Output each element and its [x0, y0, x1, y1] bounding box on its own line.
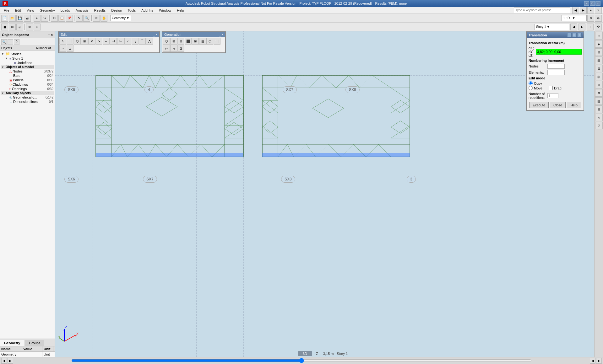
- side-btn12[interactable]: ▽: [595, 122, 603, 129]
- side-btn8[interactable]: ⊗: [595, 89, 603, 97]
- trans-elements-input[interactable]: [547, 70, 565, 75]
- rotate-btn[interactable]: ↺: [93, 15, 100, 22]
- snap-btn[interactable]: ⊕: [26, 24, 33, 30]
- viewport-slider[interactable]: [14, 358, 589, 364]
- trans-close-btn2[interactable]: Close: [550, 102, 566, 108]
- save-btn[interactable]: 💾: [16, 15, 23, 22]
- menu-help[interactable]: Help: [174, 8, 187, 13]
- maximize-btn[interactable]: □: [590, 1, 595, 6]
- minimize-btn[interactable]: −: [584, 1, 589, 6]
- gen-toolbar-close[interactable]: ×: [221, 33, 223, 36]
- menu-window[interactable]: Window: [156, 8, 174, 13]
- trans-copy-radio[interactable]: [529, 81, 533, 85]
- edit-btn-arc[interactable]: ⌒: [139, 38, 146, 45]
- edit-btn-move[interactable]: ⊳: [95, 38, 102, 45]
- tree-dim-lines[interactable]: ↔ Dimension lines 0/1: [1, 99, 54, 104]
- geometry-dropdown[interactable]: Geometry ▼: [110, 15, 131, 21]
- side-btn9[interactable]: ▦: [595, 97, 603, 105]
- story-next[interactable]: ▶: [579, 24, 585, 30]
- menu-analysis[interactable]: Analysis: [73, 8, 91, 13]
- pan-btn[interactable]: ✋: [100, 15, 107, 22]
- edit-btn-select[interactable]: ↖: [59, 38, 66, 45]
- new-btn[interactable]: 📄: [1, 15, 8, 22]
- story-settings[interactable]: ⚙: [595, 24, 602, 30]
- tree-claddings[interactable]: ◇ Claddings 0/34: [1, 82, 54, 87]
- gen-btn6[interactable]: ▦: [199, 38, 206, 45]
- gen-btn4[interactable]: ⬛: [185, 38, 192, 45]
- tree-story1[interactable]: ▼ ■ Story 1: [1, 56, 54, 61]
- gen-btn1[interactable]: ⬡: [163, 38, 170, 45]
- trans-drag-checkbox[interactable]: [549, 86, 553, 90]
- menu-edit[interactable]: Edit: [13, 8, 24, 13]
- trans-vector-input[interactable]: [536, 49, 582, 55]
- tree-auxiliary[interactable]: ▼ Auxiliary objects: [1, 91, 54, 95]
- grid-btn[interactable]: ⊞: [34, 24, 41, 30]
- nav-btn1[interactable]: ◀: [1, 358, 7, 364]
- viewport-range[interactable]: [71, 358, 532, 363]
- gen-btn10[interactable]: ⊲: [170, 45, 177, 52]
- zoom-btn[interactable]: 🔍: [83, 15, 90, 22]
- gen-btn8[interactable]: ⬜: [214, 38, 220, 45]
- nav-prev[interactable]: ◀: [572, 7, 579, 14]
- close-btn[interactable]: ×: [595, 1, 600, 6]
- story-prev[interactable]: ◀: [570, 24, 577, 30]
- inspector-minimize[interactable]: −: [48, 33, 50, 37]
- trans-maximize-btn[interactable]: □: [572, 33, 577, 37]
- tree-panels[interactable]: ▣ Panels 0/95: [1, 78, 54, 82]
- gen-toolbar-minimize[interactable]: _: [219, 33, 221, 36]
- side-btn1[interactable]: ⊞: [595, 32, 603, 40]
- edit-btn-del[interactable]: ✕: [88, 38, 95, 45]
- gen-btn11[interactable]: ⊻: [177, 45, 184, 52]
- translation-header[interactable]: Translation _ □ ×: [527, 32, 584, 38]
- nav-btn2[interactable]: ▶: [8, 358, 13, 364]
- inspector-close[interactable]: ×: [51, 33, 53, 37]
- trans-help-btn[interactable]: Help: [567, 102, 581, 108]
- cut-btn[interactable]: ✂: [51, 15, 58, 22]
- window-controls[interactable]: − □ ×: [584, 1, 600, 6]
- select-btn[interactable]: ↖: [76, 15, 83, 22]
- story-add[interactable]: +: [587, 24, 594, 30]
- nav-btn3[interactable]: ◀: [590, 358, 595, 364]
- canvas-area[interactable]: Edit _ × ↖ ⬜ ⬡ ⊞ ✕ ⊳ ↔ ⊣ ⊢ ∕ ∖ ⌒ ⋀ ⌓: [55, 31, 594, 357]
- menu-geometry[interactable]: Geometry: [37, 8, 57, 13]
- view-btn3[interactable]: ◎: [16, 24, 23, 30]
- edit-btn-fillet[interactable]: ⌓: [59, 45, 66, 52]
- edit-btn-poly[interactable]: ⋀: [146, 38, 153, 45]
- side-btn11[interactable]: △: [595, 114, 603, 121]
- edit-btn-box[interactable]: ⬜: [67, 38, 73, 45]
- edit-btn-extend[interactable]: ⊢: [117, 38, 124, 45]
- trans-reps-input[interactable]: [547, 93, 558, 98]
- inspect-btn2[interactable]: ☰: [8, 39, 13, 45]
- side-btn4[interactable]: ▤: [595, 56, 603, 64]
- nav-next[interactable]: ▶: [580, 7, 587, 14]
- trans-move-radio[interactable]: [529, 86, 533, 90]
- gen-btn3[interactable]: ⊟: [177, 38, 184, 45]
- trans-nodes-input[interactable]: [547, 64, 565, 69]
- trans-execute-btn[interactable]: Execute: [529, 102, 549, 108]
- trans-minimize-btn[interactable]: _: [567, 33, 572, 37]
- edit-toolbar-minimize[interactable]: _: [153, 33, 155, 36]
- tab-geometry[interactable]: Geometry: [0, 340, 24, 346]
- edit-toolbar-header[interactable]: Edit _ ×: [59, 32, 159, 37]
- gen-btn7[interactable]: ⬡: [206, 38, 213, 45]
- edit-btn-inter[interactable]: ∖: [132, 38, 139, 45]
- side-btn5[interactable]: ⊠: [595, 65, 603, 72]
- edit-btn-break[interactable]: ∕: [124, 38, 131, 45]
- gen-btn9[interactable]: ⊳: [163, 45, 170, 52]
- menu-search[interactable]: [514, 8, 570, 13]
- menu-results[interactable]: Results: [92, 8, 108, 13]
- load-dropdown[interactable]: 1 : DL ▼: [562, 15, 587, 21]
- edit-btn-hex[interactable]: ⬡: [74, 38, 81, 45]
- trans-close-btn[interactable]: ×: [577, 33, 582, 37]
- menu-addins[interactable]: Add-Ins: [139, 8, 156, 13]
- side-btn7[interactable]: ⊕: [595, 81, 603, 88]
- edit-btn-chamfer[interactable]: ⊿: [67, 45, 73, 52]
- open-btn[interactable]: 📂: [9, 15, 16, 22]
- menu-file[interactable]: File: [1, 8, 12, 13]
- gen-toolbar-header[interactable]: Generation _ ×: [162, 32, 225, 37]
- help-btn2[interactable]: ?: [595, 7, 602, 14]
- nav-btn4[interactable]: ▶: [596, 358, 602, 364]
- tree-undefined[interactable]: ■ Undefined: [1, 61, 54, 65]
- edit-btn-grid[interactable]: ⊞: [81, 38, 88, 45]
- undo-btn[interactable]: ↩: [34, 15, 41, 22]
